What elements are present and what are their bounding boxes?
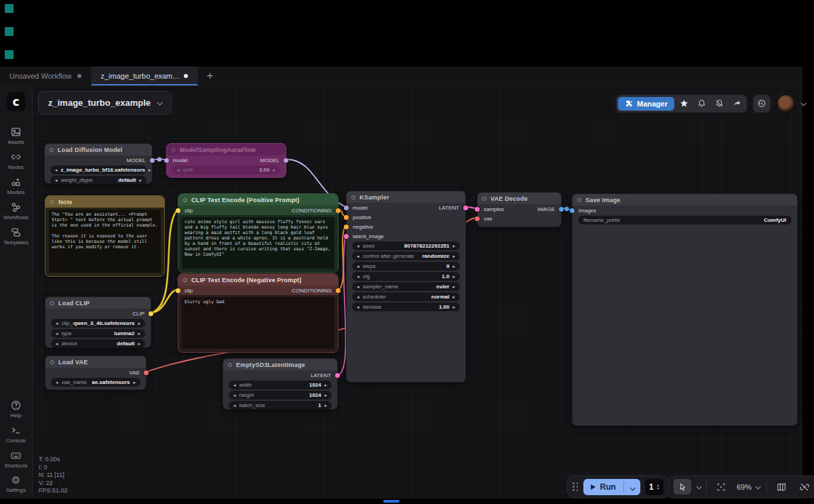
- input-port-negative[interactable]: [344, 225, 349, 229]
- wire-reroute-dot[interactable]: [564, 207, 568, 211]
- manager-button[interactable]: Manager: [618, 97, 674, 111]
- batch-count-stepper[interactable]: 1 ▴▾: [645, 479, 663, 495]
- notifications-muted-button[interactable]: [711, 97, 727, 111]
- collapse-dot-icon[interactable]: [351, 195, 355, 199]
- widget-sampler_name[interactable]: ◂sampler_nameeuler▸: [352, 282, 460, 291]
- widget-left-arrow-icon[interactable]: ◂: [54, 178, 59, 182]
- node-note[interactable]: NoteThe "You are an assistant... <Prompt…: [45, 195, 165, 277]
- tab-unsaved-workflow[interactable]: Unsaved Workflow: [0, 66, 92, 85]
- workflow-title-menu[interactable]: z_image_turbo_example: [38, 91, 172, 115]
- sidebar-item-help[interactable]: Help: [0, 400, 33, 419]
- widget-left-arrow-icon[interactable]: ◂: [176, 168, 181, 172]
- toggle-link-visibility-button[interactable]: [796, 479, 813, 495]
- widget-weight_dtype[interactable]: ◂weight_dtypedefault▸: [50, 176, 147, 185]
- favorites-button[interactable]: [676, 97, 692, 111]
- widget-right-arrow-icon[interactable]: ▸: [136, 321, 142, 326]
- widget-left-arrow-icon[interactable]: ◂: [54, 321, 60, 326]
- widget-device[interactable]: ◂devicedefault▸: [51, 339, 145, 348]
- collapse-dot-icon[interactable]: [50, 301, 54, 305]
- node-textarea[interactable]: blurry ugly bad: [182, 297, 334, 349]
- fit-view-button[interactable]: [712, 479, 730, 495]
- widget-left-arrow-icon[interactable]: ◂: [54, 168, 59, 172]
- widget-clip_na-[interactable]: ◂clip_na ...qwen_3_4b.safetensors▸: [51, 319, 145, 328]
- pointer-tool-button[interactable]: [674, 479, 691, 495]
- input-port-model[interactable]: [164, 158, 169, 163]
- widget-right-arrow-icon[interactable]: ▸: [147, 168, 153, 172]
- widget-right-arrow-icon[interactable]: ▸: [323, 393, 328, 398]
- input-port-clip[interactable]: [176, 208, 180, 213]
- collapse-dot-icon[interactable]: [183, 278, 187, 282]
- widget-height[interactable]: ◂height1024▸: [229, 391, 332, 400]
- wire-reroute-dot[interactable]: [157, 157, 161, 161]
- collapse-dot-icon[interactable]: [172, 148, 176, 152]
- widget-left-arrow-icon[interactable]: ◂: [355, 244, 361, 248]
- widget-left-arrow-icon[interactable]: ◂: [355, 264, 361, 269]
- widget-left-arrow-icon[interactable]: ◂: [232, 403, 237, 408]
- collapse-dot-icon[interactable]: [50, 360, 54, 364]
- widget-right-arrow-icon[interactable]: ▸: [451, 244, 457, 248]
- avatar[interactable]: [777, 94, 795, 113]
- widget-left-arrow-icon[interactable]: ◂: [232, 393, 237, 398]
- node-load-vae[interactable]: Load VAEVAE◂vae_nameae.safetensors▸: [45, 355, 147, 390]
- node-model-sampling-aura-flow[interactable]: ModelSamplingAuraFlowmodelMODEL◂shift3.0…: [166, 143, 286, 178]
- widget-right-arrow-icon[interactable]: ▸: [451, 284, 457, 289]
- widget-left-arrow-icon[interactable]: ◂: [355, 294, 361, 299]
- node-load-diffusion-model[interactable]: Load Diffusion ModelMODEL◂z_image_turbo_…: [44, 143, 153, 184]
- sidebar-item-workflows[interactable]: Workflows: [0, 201, 33, 220]
- input-port-latent_image[interactable]: [344, 234, 349, 239]
- tab-z-image-turbo-example[interactable]: z_image_turbo_exam...: [92, 66, 199, 85]
- node-load-clip[interactable]: Load CLIPCLIP◂clip_na ...qwen_3_4b.safet…: [45, 296, 151, 348]
- graph-canvas[interactable]: Load Diffusion ModelMODEL◂z_image_turbo_…: [33, 85, 802, 499]
- widget-batch_size[interactable]: ◂batch_size1▸: [229, 401, 332, 410]
- widget-seed[interactable]: ◂seed807878212292251▸: [352, 241, 460, 250]
- drag-handle-icon[interactable]: [573, 482, 579, 491]
- stepper-arrows-icon[interactable]: ▴▾: [657, 484, 659, 490]
- output-port-LATENT[interactable]: [335, 373, 340, 378]
- sidebar-item-templates[interactable]: Templates: [0, 227, 33, 246]
- widget-vae_name[interactable]: ◂vae_nameae.safetensors▸: [51, 378, 140, 387]
- chevron-down-icon[interactable]: [696, 484, 701, 489]
- widget-right-arrow-icon[interactable]: ▸: [138, 178, 143, 182]
- node-textarea[interactable]: cute anime style girl with massive fluff…: [182, 217, 334, 269]
- widget-steps[interactable]: ◂steps9▸: [352, 262, 460, 271]
- widget-right-arrow-icon[interactable]: ▸: [323, 403, 328, 408]
- input-port-model[interactable]: [344, 206, 349, 210]
- sidebar-item-models[interactable]: Models: [0, 176, 33, 195]
- history-button[interactable]: [753, 95, 771, 113]
- widget-left-arrow-icon[interactable]: ◂: [355, 305, 361, 309]
- run-options-button[interactable]: [624, 481, 640, 493]
- collapse-dot-icon[interactable]: [228, 363, 232, 367]
- minimap-button[interactable]: [773, 479, 790, 495]
- node-textarea[interactable]: The "You are an assistant... <Prompt Sta…: [49, 210, 161, 273]
- widget-right-arrow-icon[interactable]: ▸: [451, 274, 457, 279]
- new-tab-button[interactable]: +: [198, 66, 221, 85]
- sidebar-item-console[interactable]: Console: [0, 425, 33, 444]
- output-port-CLIP[interactable]: [149, 311, 153, 316]
- widget-right-arrow-icon[interactable]: ▸: [451, 264, 457, 269]
- widget-z_image_turbo_bf16-safetensors[interactable]: ◂z_image_turbo_bf16.safetensors▸: [50, 166, 147, 174]
- widget-right-arrow-icon[interactable]: ▸: [136, 331, 142, 336]
- node-ksampler[interactable]: KSamplermodelLATENTpositivenegativelaten…: [346, 191, 466, 383]
- run-button[interactable]: Run: [583, 482, 623, 492]
- input-port-samples[interactable]: [475, 207, 480, 212]
- output-port-MODEL[interactable]: [150, 158, 155, 163]
- widget-width[interactable]: ◂width1024▸: [229, 381, 332, 389]
- collapse-dot-icon[interactable]: [482, 197, 486, 201]
- widget-left-arrow-icon[interactable]: ◂: [355, 254, 361, 258]
- collapse-dot-icon[interactable]: [50, 148, 54, 152]
- sidebar-item-settings[interactable]: ⚙ Settings: [0, 475, 33, 493]
- node-empty-sd3-latent-image[interactable]: EmptySD3LatentImageLATENT◂width1024▸◂hei…: [222, 358, 338, 410]
- input-port-vae[interactable]: [475, 216, 480, 221]
- node-clip-text-encode-positive[interactable]: CLIP Text Encode (Positive Prompt)clipCO…: [178, 193, 338, 273]
- widget-cfg[interactable]: ◂cfg1.0▸: [352, 272, 460, 281]
- sidebar-item-assets[interactable]: Assets: [0, 126, 33, 145]
- sidebar-item-shortcuts[interactable]: Shortcuts: [0, 450, 33, 469]
- widget-filename_prefix[interactable]: filename_prefixComfyUI: [578, 216, 792, 225]
- widget-denoise[interactable]: ◂denoise1.00▸: [352, 303, 460, 311]
- node-vae-decode[interactable]: VAE DecodesamplesIMAGEvae: [477, 192, 562, 227]
- widget-left-arrow-icon[interactable]: ◂: [355, 284, 361, 289]
- widget-left-arrow-icon[interactable]: ◂: [54, 380, 60, 385]
- input-port-images[interactable]: [570, 208, 575, 213]
- widget-left-arrow-icon[interactable]: ◂: [54, 331, 60, 336]
- widget-left-arrow-icon[interactable]: ◂: [232, 383, 237, 387]
